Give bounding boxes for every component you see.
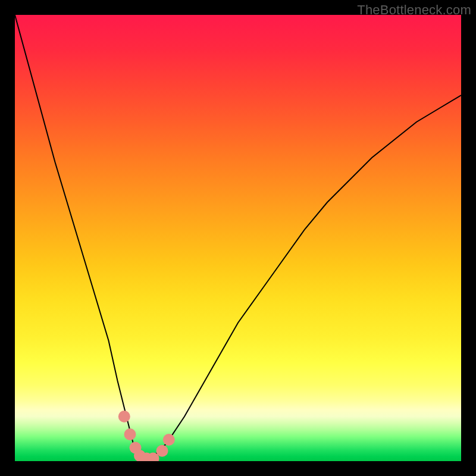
chart-svg bbox=[15, 15, 461, 461]
plot-area bbox=[15, 15, 461, 461]
curve-marker bbox=[163, 434, 175, 446]
curve-markers bbox=[118, 411, 175, 461]
curve-marker bbox=[118, 411, 130, 422]
bottleneck-curve bbox=[15, 15, 461, 459]
curve-marker bbox=[124, 428, 136, 440]
curve-marker bbox=[156, 445, 168, 457]
chart-container: TheBottleneck.com bbox=[0, 0, 476, 476]
